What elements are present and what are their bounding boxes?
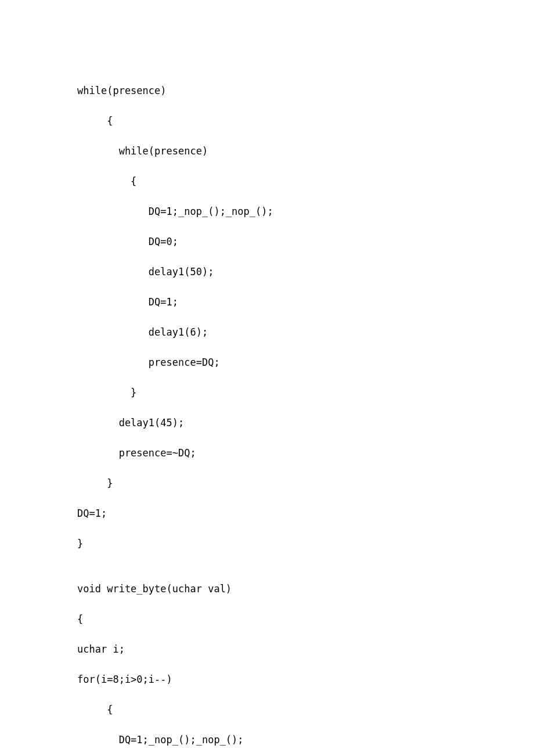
code-line: delay1(45); (77, 415, 534, 430)
code-line: DQ=0; (77, 234, 534, 249)
code-document: while(presence) { while(presence) { DQ=1… (0, 0, 534, 756)
code-line: } (77, 476, 534, 491)
code-line: for(i=8;i>0;i--) (77, 672, 534, 687)
code-line: DQ=1; (77, 506, 534, 521)
code-line: DQ=1;_nop_();_nop_(); (77, 732, 534, 747)
code-line: { (77, 113, 534, 128)
code-line: delay1(6); (77, 325, 534, 340)
code-line: void write_byte(uchar val) (77, 581, 534, 596)
code-line: } (77, 536, 534, 551)
code-line: DQ=1;_nop_();_nop_(); (77, 204, 534, 219)
code-line: delay1(50); (77, 264, 534, 279)
code-line: presence=DQ; (77, 355, 534, 370)
code-line: { (77, 702, 534, 717)
code-line: presence=~DQ; (77, 445, 534, 460)
code-line: uchar i; (77, 642, 534, 657)
code-line: } (77, 385, 534, 400)
code-line: DQ=1; (77, 294, 534, 309)
code-line: while(presence) (77, 83, 534, 98)
code-line: { (77, 174, 534, 189)
code-line: while(presence) (77, 143, 534, 159)
code-line: { (77, 611, 534, 627)
